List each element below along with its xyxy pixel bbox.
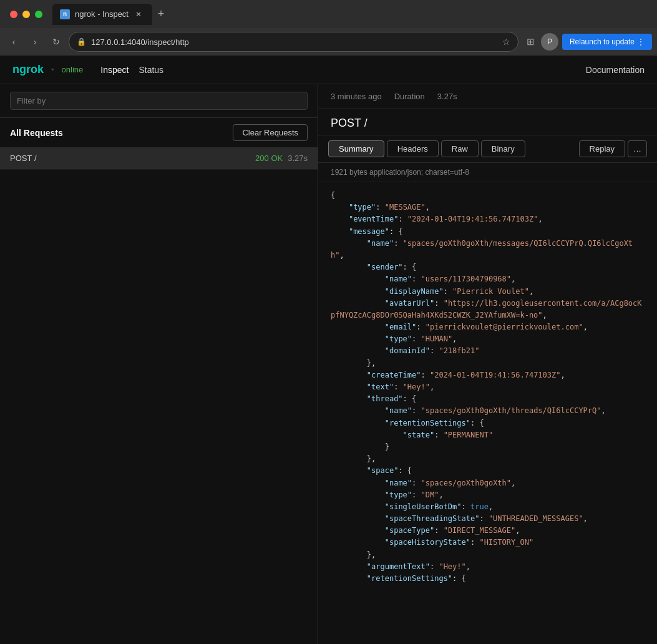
duration-value: 3.27s: [437, 92, 457, 101]
tab-close-button[interactable]: ✕: [134, 9, 144, 19]
app-nav: ngrok • online Inspect Status Documentat…: [0, 56, 657, 84]
relaunch-button[interactable]: Relaunch to update ⋮: [562, 34, 652, 50]
request-duration: 3.27s: [288, 154, 308, 163]
window-minimize-button[interactable]: [22, 11, 30, 18]
requests-header: All Requests Clear Requests: [0, 118, 318, 147]
nav-documentation-link[interactable]: Documentation: [586, 65, 645, 75]
request-list: POST / 200 OK 3.27s: [0, 147, 318, 644]
request-detail-title: POST /: [318, 109, 657, 135]
request-time-ago: 3 minutes ago: [331, 92, 382, 101]
avatar: P: [541, 33, 558, 51]
json-content: { "type": "MESSAGE", "eventTime": "2024-…: [331, 190, 645, 585]
right-panel: 3 minutes ago Duration 3.27s POST / Summ…: [318, 84, 657, 644]
tab-raw[interactable]: Raw: [441, 140, 479, 157]
filter-bar: [0, 84, 318, 118]
tab-bar: n ngrok - Inspect ✕ +: [52, 0, 652, 28]
request-meta: 3 minutes ago Duration 3.27s: [318, 84, 657, 109]
clear-requests-button[interactable]: Clear Requests: [233, 124, 308, 141]
forward-button[interactable]: ›: [26, 33, 44, 51]
relaunch-dots-icon: ⋮: [637, 37, 645, 46]
app-logo: ngrok: [12, 63, 44, 76]
tabs-row: Summary Headers Raw Binary Replay …: [318, 135, 657, 163]
nav-inspect-link[interactable]: Inspect: [95, 62, 134, 77]
address-bar-row: ‹ › ↻ 🔒 127.0.0.1:4040/inspect/http ☆ ⊞ …: [0, 28, 657, 56]
address-bar[interactable]: 🔒 127.0.0.1:4040/inspect/http ☆: [69, 32, 518, 52]
left-panel: All Requests Clear Requests POST / 200 O…: [0, 84, 318, 644]
browser-toolbar-icons: ⊞ P: [522, 33, 558, 51]
content-type-label: 1921 bytes application/json; charset=utf…: [318, 163, 657, 182]
request-method: POST: [10, 154, 32, 163]
tab-headers[interactable]: Headers: [387, 140, 439, 157]
profile-avatar[interactable]: P: [541, 33, 558, 51]
reload-button[interactable]: ↻: [47, 33, 65, 51]
main-content: All Requests Clear Requests POST / 200 O…: [0, 84, 657, 644]
window-controls[interactable]: [5, 11, 47, 18]
request-item[interactable]: POST / 200 OK 3.27s: [0, 147, 318, 170]
bookmark-icon[interactable]: ☆: [502, 37, 510, 47]
json-viewer[interactable]: { "type": "MESSAGE", "eventTime": "2024-…: [318, 182, 657, 644]
duration-label: Duration: [394, 92, 425, 101]
replay-button[interactable]: Replay: [579, 140, 625, 157]
relaunch-label: Relaunch to update: [570, 37, 635, 46]
new-tab-button[interactable]: +: [152, 6, 170, 23]
nav-status-link[interactable]: Status: [134, 62, 168, 77]
request-path: /: [32, 154, 36, 163]
security-icon: 🔒: [77, 37, 86, 46]
tab-binary[interactable]: Binary: [481, 140, 525, 157]
nav-dot: •: [51, 65, 54, 74]
window-close-button[interactable]: [10, 11, 17, 18]
window-maximize-button[interactable]: [35, 11, 42, 18]
request-status: 200 OK: [255, 154, 283, 163]
tab-summary[interactable]: Summary: [328, 140, 384, 157]
tab-favicon: n: [60, 9, 70, 19]
more-options-button[interactable]: …: [628, 140, 647, 157]
address-text: 127.0.0.1:4040/inspect/http: [91, 37, 497, 47]
app: ngrok • online Inspect Status Documentat…: [0, 56, 657, 644]
browser-chrome: n ngrok - Inspect ✕ +: [0, 0, 657, 28]
filter-input[interactable]: [10, 92, 308, 110]
all-requests-title: All Requests: [10, 128, 63, 138]
nav-status: online: [62, 65, 84, 74]
back-button[interactable]: ‹: [5, 33, 22, 51]
extensions-icon[interactable]: ⊞: [522, 33, 540, 51]
active-tab[interactable]: n ngrok - Inspect ✕: [52, 4, 152, 25]
tab-title: ngrok - Inspect: [75, 9, 129, 19]
